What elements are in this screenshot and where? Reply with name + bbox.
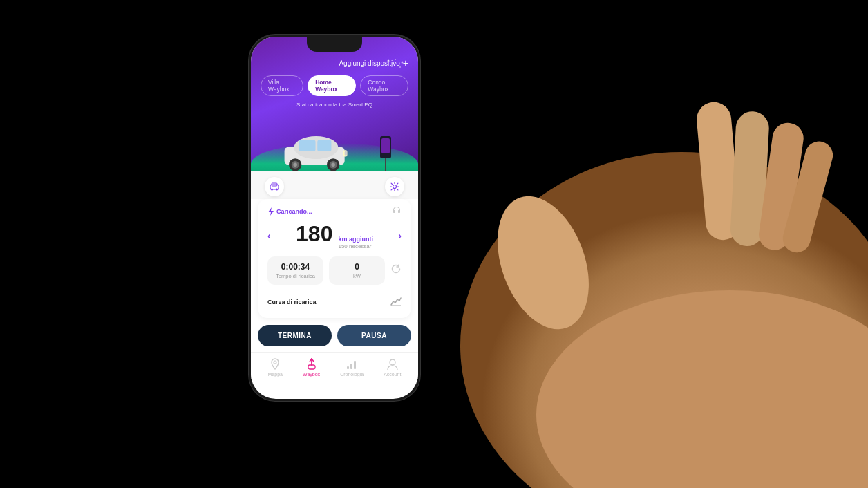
svg-point-10 — [391, 66, 393, 67]
svg-point-38 — [390, 359, 395, 365]
nav-cronologia-label: Cronologia — [340, 372, 364, 377]
termina-button[interactable]: TERMINA — [258, 325, 332, 346]
main-content: Caricando... ‹ 180 — [258, 199, 411, 318]
action-buttons: TERMINA PAUSA — [258, 325, 411, 346]
nav-account[interactable]: Account — [384, 358, 401, 377]
svg-point-11 — [399, 66, 401, 68]
svg-rect-23 — [345, 151, 348, 156]
svg-point-9 — [402, 62, 404, 64]
charging-status-row: Caricando... — [267, 206, 402, 217]
svg-rect-15 — [317, 140, 331, 152]
km-value: 180 — [296, 223, 332, 245]
svg-rect-34 — [308, 365, 315, 369]
prev-chevron[interactable]: ‹ — [267, 230, 271, 241]
nav-account-label: Account — [384, 372, 401, 377]
phone-screen: Aggiungi dispositivo + Villa Waybox Home… — [251, 37, 418, 399]
settings-icon[interactable] — [385, 177, 404, 196]
svg-rect-14 — [299, 140, 316, 152]
kw-value: 0 — [336, 262, 378, 272]
svg-point-8 — [395, 59, 396, 60]
km-sub: 150 necessari — [338, 243, 373, 250]
refresh-icon[interactable] — [390, 263, 402, 277]
svg-rect-36 — [350, 364, 352, 369]
km-display: 180 km aggiunti 150 necessari — [296, 223, 373, 250]
svg-rect-35 — [347, 366, 349, 369]
curve-label: Curva di ricarica — [267, 299, 317, 306]
kw-stat: 0 kW — [329, 256, 385, 285]
svg-rect-25 — [381, 138, 390, 153]
curve-row[interactable]: Curva di ricarica — [267, 292, 402, 311]
svg-point-21 — [331, 163, 335, 167]
phone-device: Aggiungi dispositivo + Villa Waybox Home… — [249, 35, 420, 401]
time-value: 0:00:34 — [274, 262, 317, 272]
nav-mappa[interactable]: Mappa — [268, 358, 283, 377]
stats-row: 0:00:34 Tempo di ricarica 0 kW — [267, 256, 402, 285]
time-stat: 0:00:34 Tempo di ricarica — [267, 256, 323, 285]
next-chevron[interactable]: › — [398, 230, 402, 241]
chart-icon[interactable] — [390, 297, 402, 308]
svg-point-33 — [274, 361, 276, 364]
car-image — [281, 129, 357, 171]
charger-device — [378, 136, 393, 171]
tab-home[interactable]: Home Waybox — [308, 75, 356, 96]
km-label-group: km aggiunti 150 necessari — [338, 236, 373, 250]
tab-villa[interactable]: Villa Waybox — [261, 75, 303, 96]
nav-cronologia[interactable]: Cronologia — [340, 358, 364, 377]
svg-rect-37 — [354, 361, 356, 369]
kw-label: kW — [336, 273, 378, 279]
charging-status: Caricando... — [267, 207, 312, 216]
lightning-icon — [267, 207, 274, 216]
account-icon — [386, 358, 399, 370]
icon-bar — [251, 171, 418, 199]
mappa-icon — [269, 358, 281, 370]
waybox-icon — [305, 358, 318, 370]
nav-waybox[interactable]: Waybox — [303, 358, 320, 377]
nav-mappa-label: Mappa — [268, 372, 283, 377]
svg-point-30 — [276, 189, 278, 191]
svg-point-7 — [388, 60, 390, 62]
waybox-tabs: Villa Waybox Home Waybox Condo Waybox — [261, 75, 408, 96]
time-label: Tempo di ricarica — [274, 273, 317, 279]
km-row: ‹ 180 km aggiunti 150 necessari › — [267, 223, 402, 250]
svg-point-18 — [293, 163, 297, 167]
top-section: Aggiungi dispositivo + Villa Waybox Home… — [251, 37, 418, 171]
car-scene — [261, 112, 408, 171]
nav-waybox-label: Waybox — [303, 372, 320, 377]
cronologia-icon — [346, 358, 358, 370]
svg-point-31 — [393, 185, 397, 189]
pausa-button[interactable]: PAUSA — [337, 325, 411, 346]
km-label: km aggiunti — [338, 236, 373, 243]
phone-notch — [307, 37, 362, 52]
svg-point-29 — [271, 189, 273, 191]
tab-condo[interactable]: Condo Waybox — [360, 75, 408, 96]
headset-icon[interactable] — [392, 206, 402, 217]
car-status-icon[interactable] — [265, 177, 284, 196]
charging-subtitle: Stai caricando la tua Smart EQ — [261, 102, 408, 108]
phone-shell: Aggiungi dispositivo + Villa Waybox Home… — [249, 35, 420, 401]
bottom-nav: Mappa Waybox — [251, 352, 418, 381]
